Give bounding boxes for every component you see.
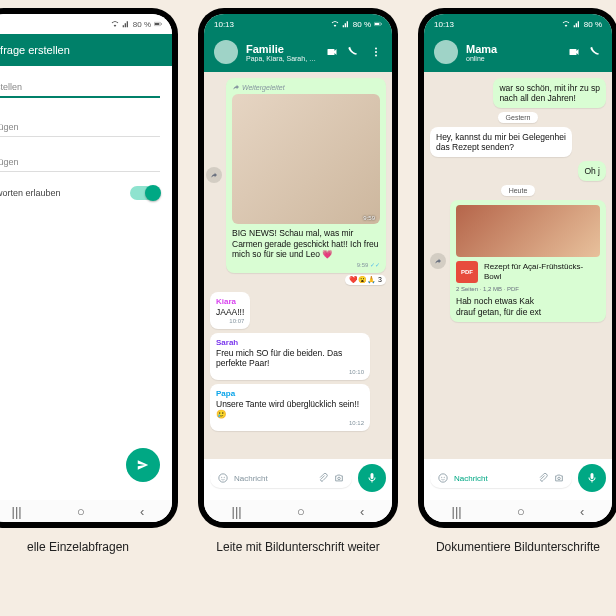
- outgoing-image-message[interactable]: Weitergeleitet 9:59 BIG NEWS! Schau mal,…: [226, 78, 386, 273]
- nav-home-icon[interactable]: ○: [297, 504, 305, 519]
- svg-point-8: [375, 55, 377, 57]
- poll-option-input-1[interactable]: fügen: [0, 116, 160, 137]
- battery-icon: [374, 20, 382, 28]
- input-placeholder: Nachricht: [234, 474, 312, 483]
- poll-header: nfrage erstellen: [0, 34, 172, 66]
- more-icon[interactable]: [370, 46, 382, 58]
- mic-icon: [366, 472, 378, 484]
- incoming-message[interactable]: Kiara JAAA!!! 10:07: [210, 292, 250, 329]
- nav-back-icon[interactable]: ‹: [580, 504, 584, 519]
- chat-name: Mama: [466, 43, 560, 55]
- outgoing-message[interactable]: Oh j: [578, 161, 606, 181]
- image-timestamp: 9:59: [363, 215, 375, 221]
- svg-point-11: [224, 477, 225, 478]
- signal-icon: [122, 20, 130, 28]
- forwarded-icon: [232, 83, 240, 91]
- signal-icon: [573, 20, 581, 28]
- svg-point-12: [338, 477, 341, 480]
- audio-call-icon[interactable]: [348, 46, 360, 58]
- message-input[interactable]: Nachricht: [210, 468, 352, 488]
- chat-appbar[interactable]: Mama online: [424, 34, 612, 72]
- svg-rect-5: [381, 23, 382, 24]
- outgoing-document-message[interactable]: PDF Rezept für Açaí-Frühstücks-Bowl 2 Se…: [450, 200, 606, 322]
- message-text: JAAA!!!: [216, 307, 244, 317]
- status-bar: 10:13 80 %: [424, 14, 612, 34]
- sender-name: Sarah: [216, 338, 364, 347]
- battery-text: 80 %: [584, 20, 602, 29]
- status-time: 10:13: [214, 20, 234, 29]
- status-bar: 80 %: [0, 14, 172, 34]
- emoji-icon[interactable]: [218, 473, 228, 483]
- chat-subtitle: Papa, Kiara, Sarah, Mama...: [246, 55, 318, 62]
- avatar[interactable]: [434, 40, 458, 64]
- audio-call-icon[interactable]: [590, 46, 602, 58]
- sender-name: Kiara: [216, 297, 244, 306]
- allow-multiple-label: worten erlauben: [0, 188, 61, 198]
- date-divider: Gestern: [498, 112, 539, 123]
- incoming-message[interactable]: Hey, kannst du mir bei Gelegenhei das Re…: [430, 127, 572, 157]
- forward-arrow-icon: [210, 171, 218, 179]
- forwarded-label: Weitergeleitet: [242, 84, 285, 91]
- camera-icon[interactable]: [554, 473, 564, 483]
- send-icon: [136, 458, 150, 472]
- wifi-icon: [331, 20, 339, 28]
- chat-appbar[interactable]: Familie Papa, Kiara, Sarah, Mama...: [204, 34, 392, 72]
- poll-question-input[interactable]: stellen: [0, 76, 160, 98]
- camera-icon[interactable]: [334, 473, 344, 483]
- svg-point-7: [375, 51, 377, 53]
- wifi-icon: [562, 20, 570, 28]
- phone-family-chat: 10:13 80 % Familie Papa, Kiara, Sarah, M…: [198, 8, 398, 528]
- battery-text: 80 %: [353, 20, 371, 29]
- poll-option-input-2[interactable]: fügen: [0, 151, 160, 172]
- message-input[interactable]: Nachricht: [430, 468, 572, 488]
- svg-rect-2: [161, 23, 162, 24]
- wifi-icon: [111, 20, 119, 28]
- attach-icon[interactable]: [538, 473, 548, 483]
- nav-back-icon[interactable]: ‹: [140, 504, 144, 519]
- svg-point-14: [441, 477, 442, 478]
- battery-icon: [154, 20, 162, 28]
- attach-icon[interactable]: [318, 473, 328, 483]
- nav-recent-icon[interactable]: |||: [452, 504, 462, 519]
- caption-forward: Leite mit Bildunterschrift weiter: [216, 540, 379, 556]
- document-title: Rezept für Açaí-Frühstücks-Bowl: [484, 262, 600, 281]
- message-text: BIG NEWS! Schau mal, was mir Carmen gera…: [232, 228, 380, 260]
- caption-document: Dokumentiere Bildunterschrifte: [436, 540, 600, 556]
- nav-recent-icon[interactable]: |||: [232, 504, 242, 519]
- pdf-icon: PDF: [456, 261, 478, 283]
- caption-poll: elle Einzelabfragen: [27, 540, 129, 556]
- send-poll-button[interactable]: [126, 448, 160, 482]
- sender-name: Papa: [216, 389, 364, 398]
- outgoing-message[interactable]: war so schön, mit ihr zu sp nach all den…: [493, 78, 606, 108]
- read-ticks-icon: ✓✓: [370, 262, 380, 268]
- svg-point-16: [558, 477, 561, 480]
- forward-button[interactable]: [430, 253, 446, 269]
- svg-point-13: [439, 474, 447, 482]
- nav-recent-icon[interactable]: |||: [12, 504, 22, 519]
- android-navbar: ||| ○ ‹: [204, 500, 392, 522]
- nav-home-icon[interactable]: ○: [77, 504, 85, 519]
- status-time: 10:13: [434, 20, 454, 29]
- document-caption: Hab noch etwas Kak drauf getan, für die …: [456, 296, 600, 317]
- nav-home-icon[interactable]: ○: [517, 504, 525, 519]
- battery-text: 80 %: [133, 20, 151, 29]
- svg-point-9: [219, 474, 227, 482]
- message-time: 9:59: [357, 262, 369, 268]
- video-call-icon[interactable]: [568, 46, 580, 58]
- avatar[interactable]: [214, 40, 238, 64]
- video-call-icon[interactable]: [326, 46, 338, 58]
- incoming-message[interactable]: Papa Unsere Tante wird überglücklich sei…: [210, 384, 370, 431]
- forward-button[interactable]: [206, 167, 222, 183]
- nav-back-icon[interactable]: ‹: [360, 504, 364, 519]
- image-attachment[interactable]: 9:59: [232, 94, 380, 224]
- svg-rect-4: [375, 23, 380, 25]
- mic-icon: [586, 472, 598, 484]
- mic-button[interactable]: [578, 464, 606, 492]
- reactions-bubble[interactable]: ❤️😮🙏 3: [345, 275, 386, 285]
- document-preview-image: [456, 205, 600, 257]
- mic-button[interactable]: [358, 464, 386, 492]
- incoming-message[interactable]: Sarah Freu mich SO für die beiden. Das p…: [210, 333, 370, 380]
- emoji-icon[interactable]: [438, 473, 448, 483]
- android-navbar: ||| ○ ‹: [424, 500, 612, 522]
- allow-multiple-toggle[interactable]: [130, 186, 160, 200]
